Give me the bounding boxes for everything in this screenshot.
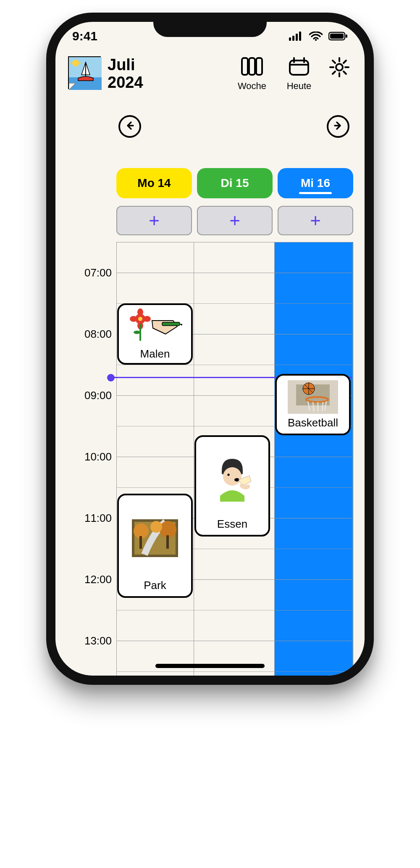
- status-time: 9:41: [72, 29, 97, 43]
- time-label: 09:00: [84, 389, 112, 402]
- time-label: 11:00: [84, 512, 112, 525]
- day-pill-label: Mi 16: [301, 176, 330, 190]
- battery-icon: [328, 32, 348, 41]
- time-label: 12:00: [84, 573, 112, 586]
- gear-icon: [328, 56, 350, 80]
- svg-rect-19: [249, 58, 255, 75]
- week-view-label: Woche: [238, 81, 266, 92]
- svg-marker-43: [180, 324, 182, 326]
- today-column-highlight: [274, 242, 353, 676]
- week-view-button[interactable]: Woche: [233, 56, 271, 92]
- grid-hour-line: [116, 273, 352, 273]
- timeline-grid[interactable]: Malen Basketball Essen Par: [116, 242, 353, 676]
- time-label: 08:00: [84, 328, 112, 341]
- day-pill-label: Mo 14: [137, 176, 171, 190]
- wifi-icon: [309, 32, 323, 41]
- day-pill-label: Di 15: [221, 176, 249, 190]
- day-nav: [55, 112, 365, 142]
- app-header: Juli 2024 Woche: [55, 50, 365, 92]
- event-label: Park: [144, 579, 166, 592]
- grid-hour-line: [116, 242, 352, 242]
- day-pill-wed[interactable]: Mi 16: [278, 168, 353, 198]
- header-year: 2024: [108, 74, 233, 92]
- svg-line-33: [333, 71, 335, 74]
- selected-underline: [299, 192, 332, 194]
- svg-rect-18: [242, 58, 248, 75]
- grid-column-divider: [274, 242, 275, 676]
- grid-halfhour-line: [116, 671, 352, 672]
- today-label: Heute: [287, 81, 312, 92]
- grid-column-divider: [352, 242, 353, 676]
- calendar-icon: [288, 56, 310, 78]
- event-card[interactable]: Basketball: [275, 374, 351, 435]
- grid-column-divider: [116, 242, 117, 676]
- event-label: Malen: [140, 347, 170, 360]
- event-label: Basketball: [288, 416, 338, 429]
- svg-rect-2: [296, 34, 298, 41]
- svg-point-38: [130, 316, 137, 322]
- basketball-icon: [280, 380, 346, 415]
- time-label: 07:00: [84, 266, 112, 279]
- svg-point-48: [223, 467, 242, 486]
- event-card[interactable]: Park: [117, 494, 193, 598]
- svg-rect-20: [256, 58, 262, 75]
- prev-day-button[interactable]: [118, 115, 141, 138]
- flower-paint-icon: [122, 308, 188, 346]
- time-gutter: 07:0008:0009:0010:0011:0012:0013:00: [76, 242, 114, 676]
- settings-button[interactable]: [327, 56, 352, 80]
- svg-line-30: [333, 60, 335, 63]
- arrow-left-icon: [125, 121, 135, 132]
- home-indicator: [155, 664, 265, 668]
- event-label: Essen: [217, 518, 247, 531]
- day-pill-tue[interactable]: Di 15: [197, 168, 273, 198]
- day-pill-mon[interactable]: Mo 14: [116, 168, 192, 198]
- svg-rect-3: [299, 32, 301, 41]
- arrow-right-icon: [333, 121, 343, 132]
- svg-point-50: [228, 473, 230, 476]
- svg-line-31: [344, 71, 346, 74]
- park-icon: [122, 500, 188, 577]
- svg-rect-0: [289, 37, 291, 41]
- app-logo[interactable]: [68, 56, 101, 89]
- svg-rect-1: [292, 36, 294, 41]
- columns-icon: [240, 56, 264, 78]
- svg-point-10: [72, 60, 79, 66]
- phone-frame: 9:41: [46, 13, 374, 685]
- event-card[interactable]: Essen: [194, 435, 270, 537]
- eating-icon: [200, 441, 265, 516]
- svg-point-25: [336, 64, 343, 71]
- svg-point-57: [150, 521, 162, 533]
- svg-rect-7: [346, 34, 347, 38]
- device-notch: [153, 13, 267, 37]
- plus-icon: +: [149, 211, 160, 230]
- grid-hour-line: [116, 641, 352, 641]
- add-event-button-wed[interactable]: +: [278, 206, 353, 235]
- add-event-button-mon[interactable]: +: [116, 206, 192, 235]
- next-day-button[interactable]: [327, 115, 349, 138]
- today-button[interactable]: Heute: [280, 56, 318, 92]
- cellular-signal-icon: [289, 32, 303, 41]
- plus-icon: +: [229, 211, 240, 230]
- current-time-dot-icon: [107, 374, 115, 381]
- plus-icon: +: [310, 211, 321, 230]
- time-label: 10:00: [84, 450, 112, 463]
- screen: 9:41: [55, 22, 365, 676]
- svg-rect-6: [330, 34, 344, 39]
- svg-rect-42: [162, 322, 180, 326]
- svg-point-41: [134, 331, 140, 334]
- day-columns: Mo 14 + Di 15 + Mi 16: [116, 168, 353, 676]
- svg-point-4: [315, 39, 317, 41]
- svg-point-35: [138, 317, 142, 321]
- grid-halfhour-line: [116, 610, 352, 610]
- grid-column-divider: [194, 242, 194, 676]
- time-label: 13:00: [84, 634, 112, 647]
- svg-point-36: [137, 308, 143, 316]
- svg-line-32: [344, 60, 346, 63]
- svg-rect-58: [139, 536, 142, 549]
- grid-halfhour-line: [116, 365, 352, 365]
- svg-point-39: [143, 316, 151, 322]
- header-month: Juli: [108, 56, 233, 74]
- svg-rect-21: [290, 60, 308, 75]
- add-event-button-tue[interactable]: +: [197, 206, 273, 235]
- event-card[interactable]: Malen: [117, 303, 193, 365]
